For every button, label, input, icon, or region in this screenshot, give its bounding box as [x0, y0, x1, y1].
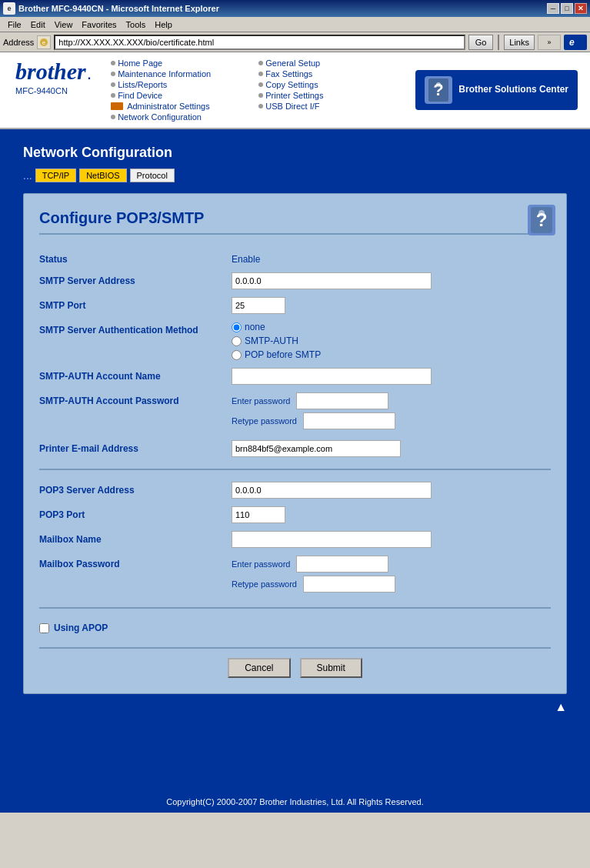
status-label: Status [39, 251, 232, 265]
smtp-port-label: SMTP Port [39, 297, 232, 311]
solutions-center-area: ? Brother Solutions Center [411, 55, 590, 125]
nav-area: brother . MFC-9440CN Home Page Maintenan… [0, 52, 590, 129]
smtp-auth-account-row: SMTP-AUTH Account Name [39, 364, 551, 389]
nav-lists-reports[interactable]: Lists/Reports [111, 80, 258, 89]
divider-2 [39, 607, 551, 609]
smtp-password-enter-row: Enter password [232, 392, 551, 409]
radio-pop-before-smtp[interactable]: POP before SMTP [232, 349, 551, 360]
tab-tcpip[interactable]: TCP/IP [35, 169, 76, 182]
mailbox-name-input[interactable] [232, 531, 432, 548]
window-controls[interactable]: ─ □ ✕ [547, 3, 587, 14]
mailbox-name-row: Mailbox Name [39, 527, 551, 552]
brand-logo: brother . MFC-9440CN [0, 55, 106, 125]
nav-find-device[interactable]: Find Device [111, 91, 258, 100]
help-icon[interactable]: ? [528, 205, 555, 235]
solutions-center-label: Brother Solutions Center [458, 84, 568, 96]
mailbox-name-label: Mailbox Name [39, 531, 232, 545]
nav-usb-direct[interactable]: USB Direct I/F [258, 102, 406, 111]
smtp-port-input[interactable] [232, 297, 285, 314]
svg-rect-4 [112, 102, 115, 110]
smtp-auth-row: SMTP Server Authentication Method none S… [39, 318, 551, 364]
printer-email-label: Printer E-mail Address [39, 440, 232, 454]
smtp-enter-password-label: Enter password [232, 396, 290, 406]
minimize-button[interactable]: ─ [547, 3, 559, 14]
pop3-port-label: POP3 Port [39, 506, 232, 520]
nav-dot-home [111, 61, 115, 65]
go-button[interactable]: Go [468, 35, 494, 50]
close-button[interactable]: ✕ [575, 3, 587, 14]
smtp-server-row: SMTP Server Address [39, 269, 551, 293]
mailbox-password-row: Mailbox Password Enter password Retype p… [39, 552, 551, 599]
address-bar: Address e Go Links » e [0, 32, 590, 52]
maximize-button[interactable]: □ [561, 3, 573, 14]
menu-tools[interactable]: Tools [122, 18, 151, 31]
nav-icon-admin [111, 102, 123, 110]
status-value: Enable [232, 251, 551, 265]
address-input[interactable] [54, 35, 465, 50]
toolbar-extra: » [538, 35, 561, 50]
menu-help[interactable]: Help [150, 18, 177, 31]
status-row: Status Enable [39, 247, 551, 269]
menu-favorites[interactable]: Favorites [77, 18, 121, 31]
mailbox-enter-password-label: Enter password [232, 559, 290, 569]
scroll-up-icon: ▲ [555, 700, 567, 714]
radio-pop-before-smtp-input[interactable] [232, 350, 242, 360]
nav-home[interactable]: Home Page [111, 58, 258, 68]
nav-left-col: Home Page Maintenance Information Lists/… [111, 58, 258, 122]
smtp-auth-password-group: Enter password Retype password [232, 392, 551, 432]
nav-copy-settings[interactable]: Copy Settings [258, 80, 406, 89]
solutions-center-button[interactable]: ? Brother Solutions Center [415, 70, 578, 110]
window-title: Brother MFC-9440CN - Microsoft Internet … [18, 4, 219, 13]
nav-general-setup[interactable]: General Setup [258, 58, 406, 68]
radio-smtp-auth-input[interactable] [232, 336, 242, 346]
nav-dot-usb [258, 104, 263, 108]
submit-button[interactable]: Submit [300, 658, 362, 678]
pop3-server-input[interactable] [232, 482, 432, 499]
apop-checkbox[interactable] [39, 623, 49, 633]
nav-maintenance[interactable]: Maintenance Information [111, 69, 258, 78]
links-button[interactable]: Links [504, 35, 535, 50]
radio-smtp-auth[interactable]: SMTP-AUTH [232, 336, 551, 346]
smtp-auth-account-input[interactable] [232, 368, 432, 385]
section-title: Network Configuration [23, 145, 567, 161]
form-title: Configure POP3/SMTP [39, 209, 551, 235]
menu-view[interactable]: View [50, 18, 78, 31]
tab-netbios[interactable]: NetBIOS [79, 169, 126, 182]
smtp-password-input[interactable] [296, 392, 388, 409]
nav-network-config[interactable]: Network Configuration [111, 112, 258, 122]
nav-admin[interactable]: Administrator Settings [111, 102, 258, 111]
breadcrumb-area: ... TCP/IP NetBIOS Protocol [23, 169, 567, 182]
pop3-port-input[interactable] [232, 506, 285, 523]
nav-dot-general [258, 61, 263, 65]
smtp-server-input[interactable] [232, 272, 432, 289]
nav-links-area: Home Page Maintenance Information Lists/… [106, 55, 411, 125]
divider-1 [39, 469, 551, 470]
printer-email-input[interactable] [232, 440, 401, 457]
pop3-server-row: POP3 Server Address [39, 478, 551, 502]
nav-dot-copy [258, 82, 263, 87]
smtp-retype-password-label: Retype password [232, 416, 297, 426]
svg-point-7 [436, 82, 441, 87]
breadcrumb-icon: ... [23, 169, 32, 182]
nav-fax-settings[interactable]: Fax Settings [258, 69, 406, 78]
radio-none[interactable]: none [232, 322, 551, 332]
brand-name: brother [15, 58, 86, 85]
mailbox-password-group: Enter password Retype password [232, 556, 551, 596]
title-bar: e Brother MFC-9440CN - Microsoft Interne… [0, 0, 590, 17]
nav-printer-settings[interactable]: Printer Settings [258, 91, 406, 100]
smtp-auth-radio-group: none SMTP-AUTH POP before SMTP [232, 322, 551, 360]
menu-file[interactable]: File [3, 18, 26, 31]
mailbox-password-input[interactable] [296, 556, 388, 573]
main-content: Network Configuration ... TCP/IP NetBIOS… [0, 129, 590, 791]
mailbox-enter-password-row: Enter password [232, 556, 551, 573]
cancel-button[interactable]: Cancel [228, 658, 290, 678]
radio-none-input[interactable] [232, 322, 242, 332]
nav-dot-network [111, 115, 115, 119]
menu-edit[interactable]: Edit [26, 18, 50, 31]
mailbox-password-retype-input[interactable] [303, 576, 395, 593]
smtp-password-retype-input[interactable] [303, 412, 395, 429]
tab-protocol[interactable]: Protocol [130, 169, 175, 182]
pop3-server-label: POP3 Server Address [39, 482, 232, 496]
pop3-port-row: POP3 Port [39, 502, 551, 527]
nav-dot-find [111, 93, 115, 98]
